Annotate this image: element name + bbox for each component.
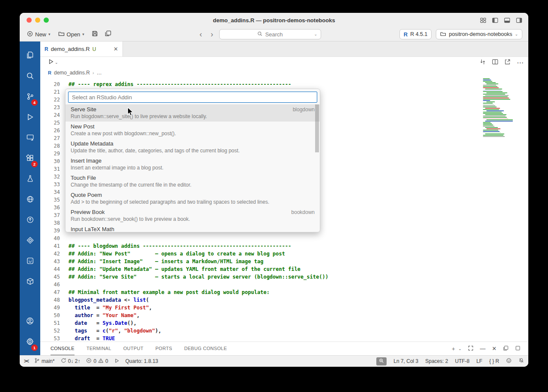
code-line[interactable]: 47## Minimal front matter example a new … xyxy=(40,288,528,296)
language-mode-item[interactable]: { } R xyxy=(489,358,499,364)
customize-layout-icon[interactable] xyxy=(480,17,486,24)
quickpick-item[interactable]: New PostCreate a new post with blogdown:… xyxy=(66,122,320,139)
code-line[interactable]: 20## ---- reprex addins ----------------… xyxy=(40,80,528,88)
run-dropdown-icon[interactable]: ⌄ xyxy=(55,60,58,65)
account-button[interactable] xyxy=(20,312,40,332)
breadcrumb-file[interactable]: demo_addins.R xyxy=(54,70,90,76)
maximize-panel-icon[interactable] xyxy=(468,345,474,352)
minimap-line xyxy=(483,87,499,88)
git-sync-item[interactable]: 0↓ 2↑ xyxy=(61,358,80,365)
new-file-button[interactable]: New ▾ xyxy=(24,30,54,39)
save-all-icon-button[interactable] xyxy=(102,29,114,39)
close-window-button[interactable] xyxy=(27,18,32,23)
code-line[interactable]: 53 draft = TRUE xyxy=(40,335,528,342)
quickpick-item[interactable]: Insert ImageInsert an external image int… xyxy=(66,156,320,173)
toggle-panel-icon[interactable] xyxy=(504,17,510,24)
toggle-secondary-sidebar-icon[interactable] xyxy=(516,17,522,24)
more-actions-icon[interactable]: ⋯ xyxy=(517,59,524,67)
breadcrumb-symbol[interactable]: … xyxy=(97,70,102,76)
minimap-line xyxy=(486,83,498,84)
restore-layout-icon[interactable] xyxy=(503,345,509,352)
minimize-window-button[interactable] xyxy=(35,18,40,23)
maximize-window-icon[interactable] xyxy=(515,345,521,352)
open-button[interactable]: Open ▾ xyxy=(55,30,87,39)
chevron-down-icon[interactable]: ⌄ xyxy=(314,32,317,36)
panel-tab-ports[interactable]: PORTS xyxy=(155,342,172,355)
settings-button[interactable]: 1 xyxy=(20,332,40,353)
encoding-item[interactable]: UTF-8 xyxy=(455,358,470,364)
panel-tab-terminal[interactable]: TERMINAL xyxy=(86,342,111,355)
quickpick-item[interactable]: Preview BookbookdownRun bookdown::serve_… xyxy=(66,207,320,224)
sidebar-item-testing[interactable] xyxy=(20,169,40,190)
quickpick-item-title: Preview Book xyxy=(71,209,104,215)
problems-item[interactable]: 0 0 xyxy=(86,358,108,365)
indentation-item[interactable]: Spaces: 2 xyxy=(425,358,448,364)
minimap-line xyxy=(483,116,506,116)
code-line[interactable]: 40 xyxy=(40,235,528,242)
navigate-back-icon[interactable]: ‹ xyxy=(197,30,205,38)
sidebar-item-extensions[interactable]: 2 xyxy=(20,148,40,169)
zoom-window-button[interactable] xyxy=(44,18,49,23)
feedback-item[interactable] xyxy=(506,358,512,365)
quickpick-item[interactable]: Touch FileChange the timestamp of the cu… xyxy=(66,173,320,190)
sidebar-item-packages[interactable] xyxy=(20,272,40,292)
code-line[interactable]: 50 author = "Your Name", xyxy=(40,312,528,319)
navigate-forward-icon[interactable]: › xyxy=(208,30,216,38)
cursor-position-item[interactable]: Ln 7, Col 3 xyxy=(393,358,418,364)
minimap-line xyxy=(483,109,499,110)
code-line[interactable]: 42## Addin: "New Post" — opens a dialog … xyxy=(40,250,528,258)
warning-count: 0 xyxy=(105,358,108,364)
code-line[interactable]: 44## Addin: "Update Metadata" — updates … xyxy=(40,265,528,273)
toggle-primary-sidebar-icon[interactable] xyxy=(492,17,498,24)
quickpick-item[interactable]: Input LaTeX Math xyxy=(66,224,320,232)
close-panel-icon[interactable]: ✕ xyxy=(492,345,497,352)
quickpick-item[interactable]: Quote PoemAdd > to the beginning of sele… xyxy=(66,190,320,207)
git-branch-item[interactable]: main* xyxy=(34,358,55,365)
r-interpreter-button[interactable]: R R 4.5.1 xyxy=(399,29,432,39)
sidebar-item-publish[interactable] xyxy=(20,210,40,231)
quarto-version-item[interactable]: Quarto: 1.8.13 xyxy=(125,358,158,364)
run-file-button[interactable] xyxy=(48,59,54,66)
notifications-item[interactable] xyxy=(518,358,524,365)
workspace-button[interactable]: positron-demos-notebooks ⌄ xyxy=(436,29,522,39)
command-center-search[interactable]: Search ⌄ xyxy=(219,29,321,39)
split-editor-icon[interactable] xyxy=(492,59,498,67)
code-line[interactable]: 51 date = Sys.Date(), xyxy=(40,319,528,327)
code-line[interactable]: 45## Addin: "Serve Site" — starts a loca… xyxy=(40,273,528,281)
panel-tab-console[interactable]: CONSOLE xyxy=(51,342,74,355)
quickpick-input[interactable] xyxy=(68,92,317,103)
sidebar-item-explorer[interactable] xyxy=(20,46,40,66)
quickpick-item[interactable]: Update MetadataUpdate the title, author,… xyxy=(66,139,320,156)
panel-tab-output[interactable]: OUTPUT xyxy=(123,342,143,355)
panel-tab-debug-console[interactable]: DEBUG CONSOLE xyxy=(184,342,227,355)
sidebar-item-search[interactable] xyxy=(20,66,40,87)
task-run-item[interactable] xyxy=(114,358,119,365)
tab-close-icon[interactable]: ✕ xyxy=(113,46,118,52)
minimap[interactable] xyxy=(483,78,514,137)
code-line[interactable]: 43## Addin: "Insert Image" — inserts a M… xyxy=(40,258,528,265)
code-line[interactable]: 46 xyxy=(40,281,528,288)
code-line[interactable]: 48blogpost_metadata <- list( xyxy=(40,296,528,304)
open-in-new-window-icon[interactable] xyxy=(504,59,511,67)
tab-demo-addins[interactable]: R demo_addins.R U ✕ xyxy=(40,42,123,56)
minimize-panel-icon[interactable]: — xyxy=(480,345,485,352)
sidebar-item-huggingface[interactable] xyxy=(20,251,40,272)
sidebar-item-help[interactable] xyxy=(20,190,40,210)
new-console-icon[interactable]: ＋ xyxy=(451,345,456,353)
remote-indicator[interactable]: >< xyxy=(24,358,28,364)
chevron-down-icon[interactable]: ⌄ xyxy=(459,347,462,351)
code-line[interactable]: 49 title = "My First Post", xyxy=(40,304,528,312)
sidebar-item-sessions[interactable] xyxy=(20,128,40,148)
code-line[interactable]: 52 tags = c("r", "blogdown"), xyxy=(40,327,528,335)
eol-item[interactable]: LF xyxy=(477,358,482,364)
quickpick-item[interactable]: Serve SiteblogdownRun blogdown::serve_si… xyxy=(66,104,320,122)
code-line[interactable]: 41## ---- blogdown addins --------------… xyxy=(40,242,528,250)
diff-icon[interactable] xyxy=(480,59,486,67)
minimap-line xyxy=(483,91,503,92)
save-button[interactable] xyxy=(89,29,101,39)
sidebar-item-source-control[interactable]: 4 xyxy=(20,87,40,107)
quickpick-scrollbar[interactable] xyxy=(315,104,319,152)
zoom-button[interactable] xyxy=(376,357,387,365)
sidebar-item-run-debug[interactable] xyxy=(20,107,40,128)
sidebar-item-connections[interactable] xyxy=(20,231,40,251)
